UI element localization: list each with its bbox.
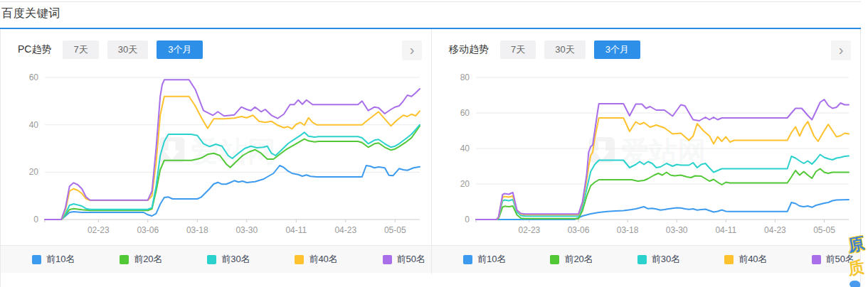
y-tick-label: 20 <box>29 167 39 177</box>
mobile-chart-legend: 前10名前20名前30名前40名前50名 <box>432 245 860 273</box>
legend-item-前20名[interactable]: 前20名 <box>550 253 593 266</box>
x-tick-label: 03-30 <box>666 225 688 235</box>
pc-range-tabs: 7天30天3个月 <box>63 40 211 59</box>
chevron-right-icon: › <box>839 43 844 57</box>
tab-7天[interactable]: 7天 <box>500 40 536 59</box>
legend-swatch-icon <box>383 255 392 264</box>
legend-swatch-icon <box>120 255 129 264</box>
chevron-right-icon: › <box>410 43 415 57</box>
x-tick-label: 03-06 <box>568 225 590 235</box>
mobile-next-chevron-button[interactable]: › <box>831 40 851 60</box>
mobile-trend-chart[interactable]: 爱站网02040608002-2303-0603-1803-3004-1104-… <box>432 70 860 245</box>
badge-mascot-dot <box>850 281 860 287</box>
tab-3个月[interactable]: 3个月 <box>157 40 203 59</box>
y-tick-label: 40 <box>29 120 39 130</box>
legend-item-前40名[interactable]: 前40名 <box>295 253 337 266</box>
legend-swatch-icon <box>207 255 216 264</box>
legend-label: 前10名 <box>46 253 75 266</box>
mobile-trend-label: 移动趋势 <box>449 43 489 56</box>
legend-item-前50名[interactable]: 前50名 <box>383 253 425 266</box>
legend-swatch-icon <box>724 255 734 264</box>
page-title: 百度关键词 <box>1 6 60 21</box>
tab-30天[interactable]: 30天 <box>107 40 148 59</box>
legend-item-前20名[interactable]: 前20名 <box>120 253 162 266</box>
y-tick-label: 80 <box>460 72 470 82</box>
next-section-placeholder <box>0 274 861 287</box>
y-tick-label: 0 <box>465 215 470 224</box>
pc-trend-panel: PC趋势 7天30天3个月 › 爱站网020406002-2303-0603-1… <box>1 29 432 274</box>
pc-panel-header: PC趋势 7天30天3个月 › <box>1 29 431 70</box>
legend-label: 前40名 <box>309 253 337 266</box>
svg-text:爱站网: 爱站网 <box>190 136 276 167</box>
x-tick-label: 02-23 <box>519 225 541 235</box>
pc-chart-legend: 前10名前20名前30名前40名前50名 <box>1 245 431 273</box>
y-tick-label: 20 <box>460 179 470 189</box>
pc-trend-label: PC趋势 <box>18 43 51 56</box>
x-tick-label: 03-30 <box>235 225 258 235</box>
baidu-keywords-section: 百度关键词 PC趋势 7天30天3个月 › 爱站网020406002-2303-… <box>0 0 868 287</box>
badge-char-bottom: 质 <box>847 255 868 280</box>
tab-3个月[interactable]: 3个月 <box>594 40 640 59</box>
legend-swatch-icon <box>295 255 304 264</box>
series-line-前40名 <box>476 118 849 220</box>
x-tick-label: 03-18 <box>186 225 208 235</box>
legend-label: 前50名 <box>397 253 425 266</box>
legend-label: 前20名 <box>564 253 593 266</box>
series-line-前10名 <box>45 166 420 220</box>
legend-label: 前30名 <box>652 253 680 266</box>
x-tick-label: 03-06 <box>137 225 159 235</box>
y-tick-label: 0 <box>33 215 38 224</box>
pc-trend-chart[interactable]: 爱站网020406002-2303-0603-1803-3004-1104-23… <box>1 70 431 245</box>
x-tick-label: 04-23 <box>334 225 356 235</box>
floating-promo-badge[interactable]: 原 质 <box>848 233 868 287</box>
mobile-trend-panel: 移动趋势 7天30天3个月 › 爱站网02040608002-2303-0603… <box>432 29 860 274</box>
y-tick-label: 60 <box>460 108 470 118</box>
legend-swatch-icon <box>550 255 559 264</box>
series-line-前20名 <box>476 169 849 220</box>
legend-item-前30名[interactable]: 前30名 <box>207 253 250 266</box>
top-divider <box>0 1 861 2</box>
trend-panels: PC趋势 7天30天3个月 › 爱站网020406002-2303-0603-1… <box>0 29 861 274</box>
x-tick-label: 05-05 <box>813 225 835 235</box>
legend-label: 前40名 <box>739 253 767 266</box>
legend-label: 前10名 <box>477 253 506 266</box>
legend-label: 前30名 <box>221 253 250 266</box>
legend-item-前10名[interactable]: 前10名 <box>32 253 75 266</box>
badge-char-top: 原 <box>847 231 868 256</box>
x-tick-label: 05-05 <box>384 225 406 235</box>
legend-item-前40名[interactable]: 前40名 <box>724 253 767 266</box>
legend-item-前10名[interactable]: 前10名 <box>463 253 506 266</box>
tab-30天[interactable]: 30天 <box>544 40 585 59</box>
legend-swatch-icon <box>637 255 647 264</box>
x-tick-label: 04-23 <box>764 225 786 235</box>
tab-7天[interactable]: 7天 <box>63 40 98 59</box>
x-tick-label: 03-18 <box>617 225 639 235</box>
legend-item-前30名[interactable]: 前30名 <box>637 253 680 266</box>
legend-label: 前20名 <box>134 253 162 266</box>
mobile-panel-header: 移动趋势 7天30天3个月 › <box>432 29 860 70</box>
y-tick-label: 60 <box>29 72 39 82</box>
legend-swatch-icon <box>812 255 821 264</box>
x-tick-label: 04-11 <box>715 225 736 235</box>
x-tick-label: 04-11 <box>285 225 307 235</box>
x-tick-label: 02-23 <box>88 225 110 235</box>
legend-swatch-icon <box>463 255 472 264</box>
legend-swatch-icon <box>32 255 41 264</box>
y-tick-label: 40 <box>460 144 470 153</box>
mobile-range-tabs: 7天30天3个月 <box>500 40 649 59</box>
pc-next-chevron-button[interactable]: › <box>402 40 422 60</box>
